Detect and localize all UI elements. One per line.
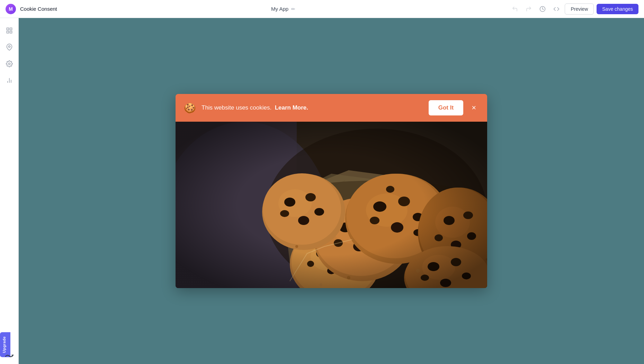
cookie-widget: 🍪 This website uses cookies. Learn More.… xyxy=(176,94,487,288)
code-button[interactable] xyxy=(551,3,562,15)
cookie-image xyxy=(176,122,487,288)
redo-button[interactable] xyxy=(523,3,534,15)
sidebar-item-settings[interactable] xyxy=(2,57,16,71)
sidebar: Upgrade xyxy=(0,18,19,364)
svg-rect-1 xyxy=(7,28,9,30)
svg-rect-75 xyxy=(176,122,487,288)
canvas-area: 🍪 This website uses cookies. Learn More.… xyxy=(19,18,644,364)
cookie-close-button[interactable]: × xyxy=(469,103,479,113)
preview-button[interactable]: Preview xyxy=(565,3,594,15)
topbar: M Cookie Consent My App ✏ xyxy=(0,0,644,18)
cookie-icon: 🍪 xyxy=(184,102,196,114)
history-button[interactable] xyxy=(537,3,548,15)
center-title: My App xyxy=(271,6,288,12)
svg-rect-3 xyxy=(7,31,9,33)
app-logo: M xyxy=(6,4,16,14)
sidebar-item-chart[interactable] xyxy=(2,73,16,87)
main-layout: Upgrade 🍪 This website uses cookies. Lea… xyxy=(0,18,644,364)
svg-rect-2 xyxy=(10,28,12,30)
undo-button[interactable] xyxy=(509,3,520,15)
cookie-message: This website uses cookies. Learn More. xyxy=(202,104,423,111)
topbar-center: My App ✏ xyxy=(61,6,506,12)
bottom-logo xyxy=(5,354,14,360)
topbar-right: Preview Save changes xyxy=(509,3,638,15)
svg-point-5 xyxy=(8,46,10,47)
got-it-button[interactable]: Got It xyxy=(429,100,463,115)
svg-rect-4 xyxy=(10,31,12,33)
app-name-label: Cookie Consent xyxy=(20,6,57,12)
sidebar-item-grid[interactable] xyxy=(2,24,16,37)
cookie-banner: 🍪 This website uses cookies. Learn More.… xyxy=(176,94,487,122)
svg-point-6 xyxy=(8,63,10,65)
sidebar-item-pin[interactable] xyxy=(2,40,16,54)
save-changes-button[interactable]: Save changes xyxy=(597,4,638,14)
edit-icon[interactable]: ✏ xyxy=(291,6,295,12)
